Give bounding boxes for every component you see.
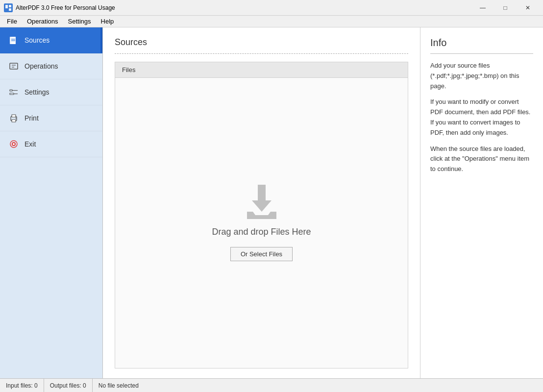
sidebar-label-sources: Sources (25, 36, 49, 44)
status-bar: Input files: 0 Output files: 0 No file s… (0, 378, 543, 392)
info-divider (430, 53, 533, 54)
main-container: Sources Operations (0, 27, 543, 378)
sidebar-label-print: Print (25, 114, 39, 122)
svg-rect-0 (5, 5, 8, 8)
sidebar-label-settings: Settings (25, 88, 49, 96)
menu-bar: File Operations Settings Help (0, 16, 543, 27)
status-message: No file selected (93, 379, 145, 392)
content-main: Sources Files Drag and drop Files Here O… (103, 27, 543, 378)
drop-arrow-icon (242, 185, 281, 219)
info-paragraph-3: When the source files are loaded, click … (430, 144, 533, 174)
menu-settings[interactable]: Settings (63, 17, 96, 26)
sidebar-label-operations: Operations (25, 62, 58, 70)
sidebar-label-exit: Exit (25, 140, 36, 148)
window-controls: — □ ✕ (471, 0, 539, 16)
svg-point-17 (16, 118, 17, 119)
svg-rect-10 (10, 90, 12, 91)
svg-rect-16 (12, 115, 16, 117)
exit-icon (8, 138, 20, 150)
svg-rect-15 (12, 120, 16, 122)
svg-rect-11 (10, 93, 14, 95)
settings-icon (8, 86, 20, 98)
content-area: Sources Files Drag and drop Files Here O… (103, 27, 543, 378)
window-title: AlterPDF 3.0 Free for Personal Usage (16, 4, 471, 11)
sidebar: Sources Operations (0, 27, 103, 378)
svg-rect-2 (9, 8, 11, 11)
svg-marker-21 (252, 185, 272, 212)
sidebar-item-exit[interactable]: Exit (0, 131, 102, 157)
svg-rect-7 (10, 63, 18, 69)
maximize-button[interactable]: □ (494, 0, 517, 16)
sidebar-item-sources[interactable]: Sources (0, 27, 102, 53)
info-text: Add your source files (*.pdf;*.jpg;*.jpe… (430, 61, 533, 174)
panel-divider (115, 53, 408, 54)
files-header: Files (115, 62, 408, 77)
app-icon (4, 3, 13, 12)
info-paragraph-2: If you want to modify or convert PDF doc… (430, 97, 533, 138)
menu-operations[interactable]: Operations (22, 17, 63, 26)
svg-rect-1 (9, 5, 11, 7)
info-panel: Info Add your source files (*.pdf;*.jpg;… (420, 27, 543, 378)
info-paragraph-1: Add your source files (*.pdf;*.jpg;*.jpe… (430, 61, 533, 91)
drop-zone[interactable]: Drag and drop Files Here Or Select Files (115, 77, 408, 368)
info-title: Info (430, 37, 533, 49)
minimize-button[interactable]: — (471, 0, 494, 16)
sources-icon (8, 34, 20, 46)
print-icon (8, 112, 20, 124)
select-files-button[interactable]: Or Select Files (230, 247, 293, 261)
menu-help[interactable]: Help (96, 17, 119, 26)
title-bar: AlterPDF 3.0 Free for Personal Usage — □… (0, 0, 543, 16)
sidebar-item-print[interactable]: Print (0, 105, 102, 131)
close-button[interactable]: ✕ (517, 0, 539, 16)
status-output-files: Output files: 0 (44, 379, 93, 392)
sources-panel: Sources Files Drag and drop Files Here O… (103, 27, 420, 378)
status-input-files: Input files: 0 (0, 379, 44, 392)
sidebar-item-settings[interactable]: Settings (0, 79, 102, 105)
svg-point-20 (13, 143, 15, 145)
sources-title: Sources (115, 37, 408, 48)
menu-file[interactable]: File (2, 17, 22, 26)
sidebar-item-operations[interactable]: Operations (0, 53, 102, 79)
operations-icon (8, 60, 20, 72)
drop-text: Drag and drop Files Here (212, 227, 311, 237)
